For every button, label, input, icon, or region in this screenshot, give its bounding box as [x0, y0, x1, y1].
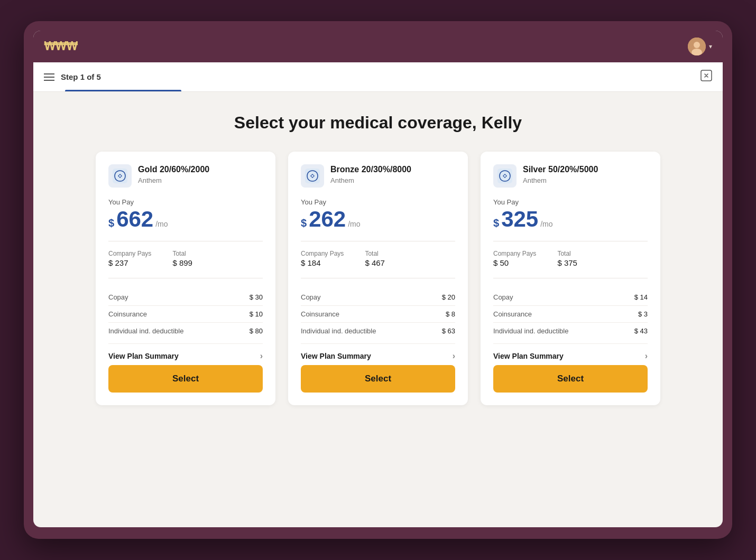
detail-label: Copay — [493, 293, 513, 301]
company-pays-label-bronze: Company Pays — [301, 250, 344, 257]
avatar[interactable] — [688, 38, 706, 55]
arrow-icon-gold: › — [260, 351, 263, 361]
dollar-sign-silver: $ — [493, 217, 499, 229]
plan-provider-silver: Anthem — [523, 176, 598, 184]
company-pays-value-silver: $ 50 — [493, 258, 536, 267]
company-pays-value-gold: $ 237 — [108, 258, 151, 267]
price-row-bronze: $ 262 /mo — [301, 208, 455, 230]
detail-value: $ 80 — [250, 327, 263, 335]
dollar-sign-gold: $ — [108, 217, 114, 229]
view-plan-link-silver[interactable]: View Plan Summary › — [493, 343, 648, 365]
plan-card-silver: Silver 50/20%/5000 Anthem You Pay $ 325 … — [481, 152, 660, 405]
plan-cards-row: Gold 20/60%/2000 Anthem You Pay $ 662 /m… — [65, 152, 691, 405]
exit-icon[interactable] — [700, 70, 712, 84]
select-button-gold[interactable]: Select — [108, 365, 263, 393]
company-pays-label-silver: Company Pays — [493, 250, 536, 257]
detail-copay-bronze: Copay $ 20 — [301, 289, 455, 306]
view-plan-link-bronze[interactable]: View Plan Summary › — [301, 343, 455, 365]
avatar-image — [688, 38, 706, 55]
total-label-bronze: Total — [365, 250, 385, 257]
detail-copay-gold: Copay $ 30 — [108, 289, 263, 306]
detail-label: Individual ind. deductible — [301, 327, 376, 335]
nav-right: ▾ — [688, 38, 712, 55]
svg-point-1 — [694, 42, 700, 48]
you-pay-label-silver: You Pay — [493, 198, 648, 206]
price-amount-bronze: 262 — [309, 208, 346, 230]
company-pays-label-gold: Company Pays — [108, 250, 151, 257]
detail-value: $ 14 — [634, 293, 648, 301]
detail-value: $ 30 — [250, 293, 263, 301]
total-label-gold: Total — [172, 250, 192, 257]
you-pay-label-bronze: You Pay — [301, 198, 455, 206]
select-button-silver[interactable]: Select — [493, 365, 648, 393]
divider-gold-2 — [108, 278, 263, 278]
arrow-icon-bronze: › — [453, 351, 455, 361]
divider-silver-2 — [493, 278, 648, 278]
svg-point-7 — [311, 175, 314, 177]
detail-value: $ 20 — [442, 293, 455, 301]
device-frame: ₩₩₩ ▾ S — [24, 21, 732, 539]
step-bar-left: Step 1 of 5 — [44, 72, 101, 81]
detail-value: $ 3 — [638, 310, 648, 318]
you-pay-label-gold: You Pay — [108, 198, 263, 206]
price-amount-silver: 325 — [501, 208, 538, 230]
detail-coinsurance-gold: Coinsurance $ 10 — [108, 306, 263, 323]
company-total-bronze: Company Pays $ 184 Total $ 467 — [301, 250, 455, 267]
total-value-silver: $ 375 — [557, 258, 577, 267]
menu-icon[interactable] — [44, 73, 54, 81]
detail-label: Coinsurance — [301, 310, 339, 318]
company-pays-gold: Company Pays $ 237 — [108, 250, 151, 267]
price-period-gold: /mo — [155, 220, 168, 228]
plan-provider-bronze: Anthem — [330, 176, 411, 184]
svg-point-5 — [119, 175, 121, 177]
step-indicator: Step 1 of 5 — [61, 72, 101, 81]
card-header-bronze: Bronze 20/30%/8000 Anthem — [301, 164, 455, 188]
detail-label: Coinsurance — [493, 310, 532, 318]
detail-copay-silver: Copay $ 14 — [493, 289, 648, 306]
select-button-bronze[interactable]: Select — [301, 365, 455, 393]
plan-provider-gold: Anthem — [138, 176, 209, 184]
chevron-down-icon[interactable]: ▾ — [709, 43, 712, 50]
page-title: Select your medical coverage, Kelly — [65, 113, 691, 133]
total-value-bronze: $ 467 — [365, 258, 385, 267]
plan-name-gold: Gold 20/60%/2000 — [138, 164, 209, 175]
divider-bronze-2 — [301, 278, 455, 278]
total-bronze: Total $ 467 — [365, 250, 385, 267]
view-plan-label-gold: View Plan Summary — [108, 352, 179, 360]
details-silver: Copay $ 14 Coinsurance $ 3 Individual in… — [493, 289, 648, 339]
step-bar: Step 1 of 5 — [33, 62, 723, 92]
company-pays-silver: Company Pays $ 50 — [493, 250, 536, 267]
divider-silver-1 — [493, 241, 648, 241]
detail-value: $ 43 — [634, 327, 648, 335]
plan-card-bronze: Bronze 20/30%/8000 Anthem You Pay $ 262 … — [288, 152, 468, 405]
detail-deductible-silver: Individual ind. deductible $ 43 — [493, 323, 648, 339]
detail-value: $ 10 — [250, 310, 263, 318]
price-row-silver: $ 325 /mo — [493, 208, 648, 230]
detail-deductible-bronze: Individual ind. deductible $ 63 — [301, 323, 455, 339]
view-plan-label-bronze: View Plan Summary — [301, 352, 371, 360]
detail-value: $ 63 — [442, 327, 455, 335]
detail-label: Copay — [301, 293, 321, 301]
details-bronze: Copay $ 20 Coinsurance $ 8 Individual in… — [301, 289, 455, 339]
plan-info-silver: Silver 50/20%/5000 Anthem — [523, 164, 598, 184]
price-period-silver: /mo — [540, 220, 552, 228]
detail-label: Coinsurance — [108, 310, 147, 318]
view-plan-link-gold[interactable]: View Plan Summary › — [108, 343, 263, 365]
detail-label: Individual ind. deductible — [493, 327, 568, 335]
price-amount-gold: 662 — [116, 208, 153, 230]
detail-label: Copay — [108, 293, 128, 301]
top-nav: ₩₩₩ ▾ — [33, 31, 723, 62]
plan-info-bronze: Bronze 20/30%/8000 Anthem — [330, 164, 411, 184]
total-silver: Total $ 375 — [557, 250, 577, 267]
company-pays-value-bronze: $ 184 — [301, 258, 344, 267]
card-header-silver: Silver 50/20%/5000 Anthem — [493, 164, 648, 188]
detail-label: Individual ind. deductible — [108, 327, 183, 335]
main-content: Select your medical coverage, Kelly — [33, 92, 723, 426]
anthem-logo-gold — [108, 164, 132, 188]
view-plan-label-silver: View Plan Summary — [493, 352, 564, 360]
anthem-logo-silver — [493, 164, 517, 188]
company-pays-bronze: Company Pays $ 184 — [301, 250, 344, 267]
dollar-sign-bronze: $ — [301, 217, 307, 229]
detail-deductible-gold: Individual ind. deductible $ 80 — [108, 323, 263, 339]
step-progress-bar — [65, 90, 181, 91]
